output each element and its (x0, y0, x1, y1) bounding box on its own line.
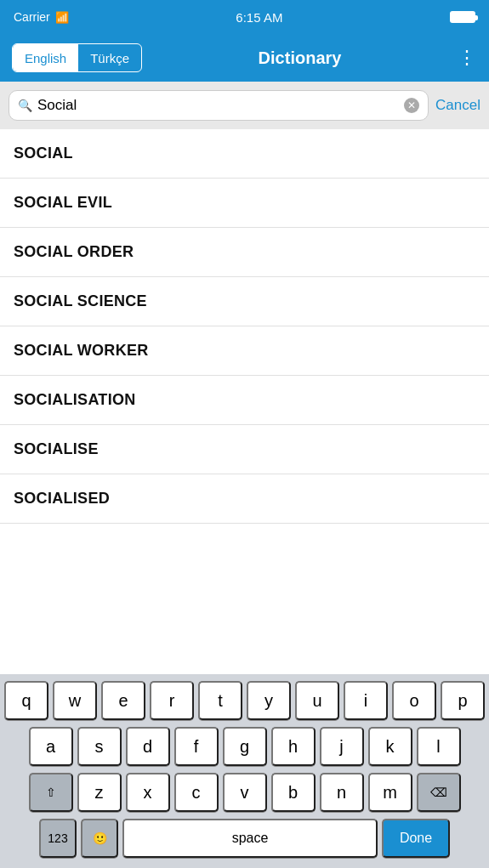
key-a[interactable]: a (29, 727, 73, 766)
wifi-icon: 📶 (55, 11, 69, 24)
key-o[interactable]: o (392, 681, 436, 720)
keyboard-row-1: qwertyuiop (3, 681, 486, 720)
lang-english-button[interactable]: English (13, 44, 78, 71)
nav-bar: English Türkçe Dictionary ⋮ (0, 34, 489, 82)
num-key[interactable]: 123 (39, 819, 77, 858)
results-list: SOCIALSOCIAL EVILSOCIAL ORDERSOCIAL SCIE… (0, 129, 489, 524)
emoji-key[interactable]: 🙂 (81, 819, 118, 858)
search-input[interactable] (37, 97, 399, 114)
lang-turkce-button[interactable]: Türkçe (78, 44, 141, 71)
keyboard-row-4: 123 🙂 space Done (3, 819, 486, 858)
key-n[interactable]: n (320, 773, 364, 812)
status-bar: Carrier 📶 6:15 AM (0, 0, 489, 34)
key-x[interactable]: x (126, 773, 170, 812)
result-item[interactable]: SOCIAL WORKER (0, 326, 489, 376)
search-icon: 🔍 (18, 99, 32, 112)
keyboard: qwertyuiop asdfghjkl ⇧ zxcvbnm⌫ 123 🙂 sp… (0, 674, 489, 868)
shift-key[interactable]: ⇧ (29, 773, 73, 812)
result-item[interactable]: SOCIAL ORDER (0, 228, 489, 277)
result-item[interactable]: SOCIALISATION (0, 376, 489, 425)
key-b[interactable]: b (271, 773, 316, 812)
result-item[interactable]: SOCIAL SCIENCE (0, 277, 489, 326)
battery-icon (450, 11, 475, 23)
key-e[interactable]: e (101, 681, 145, 720)
language-toggle[interactable]: English Türkçe (12, 43, 142, 72)
key-i[interactable]: i (344, 681, 388, 720)
search-input-wrap: 🔍 ✕ (9, 90, 429, 121)
cancel-button[interactable]: Cancel (435, 97, 480, 114)
key-y[interactable]: y (247, 681, 291, 720)
keyboard-row-2: asdfghjkl (3, 727, 486, 766)
key-m[interactable]: m (368, 773, 412, 812)
backspace-key[interactable]: ⌫ (417, 773, 461, 812)
key-t[interactable]: t (198, 681, 242, 720)
space-key[interactable]: space (122, 819, 378, 858)
status-time: 6:15 AM (236, 10, 282, 25)
key-z[interactable]: z (77, 773, 122, 812)
search-bar: 🔍 ✕ Cancel (0, 82, 489, 129)
key-f[interactable]: f (174, 727, 219, 766)
key-l[interactable]: l (417, 727, 461, 766)
key-h[interactable]: h (271, 727, 316, 766)
keyboard-row-3: ⇧ zxcvbnm⌫ (3, 773, 486, 812)
key-p[interactable]: p (441, 681, 485, 720)
result-item[interactable]: SOCIAL (0, 129, 489, 179)
more-options-button[interactable]: ⋮ (458, 47, 477, 69)
key-g[interactable]: g (223, 727, 267, 766)
key-w[interactable]: w (53, 681, 97, 720)
key-j[interactable]: j (320, 727, 364, 766)
key-q[interactable]: q (4, 681, 48, 720)
key-u[interactable]: u (295, 681, 339, 720)
carrier-label: Carrier (14, 10, 50, 24)
key-k[interactable]: k (368, 727, 412, 766)
key-r[interactable]: r (150, 681, 194, 720)
key-c[interactable]: c (174, 773, 219, 812)
done-key[interactable]: Done (382, 819, 450, 858)
key-s[interactable]: s (77, 727, 122, 766)
result-item[interactable]: SOCIAL EVIL (0, 179, 489, 228)
clear-button[interactable]: ✕ (404, 98, 419, 113)
result-item[interactable]: SOCIALISE (0, 425, 489, 474)
battery-indicator (450, 11, 475, 23)
status-left: Carrier 📶 (14, 10, 69, 24)
key-v[interactable]: v (223, 773, 267, 812)
key-d[interactable]: d (126, 727, 170, 766)
nav-title: Dictionary (152, 48, 447, 68)
result-item[interactable]: SOCIALISED (0, 474, 489, 524)
